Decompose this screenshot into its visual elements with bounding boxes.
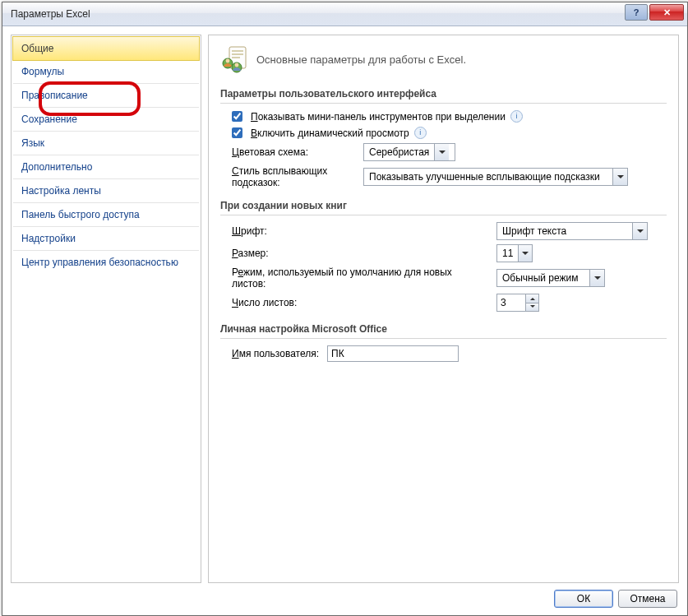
sidebar-item-language[interactable]: Язык [13,132,199,155]
username-input[interactable] [327,345,459,362]
username-label: Имя пользователя: [232,348,319,359]
help-button[interactable]: ? [625,4,648,21]
sidebar-item-customize-ribbon[interactable]: Настройка ленты [13,179,199,203]
section-personalize-title: Личная настройка Microsoft Office [220,320,667,339]
tooltip-style-label: Стиль всплывающих подсказок: [232,165,355,188]
sidebar-item-trust-center[interactable]: Центр управления безопасностью [13,251,199,274]
svg-point-7 [235,63,239,67]
tooltip-style-select[interactable]: Показывать улучшенные всплывающие подска… [363,168,628,186]
mini-toolbar-checkbox[interactable] [232,111,242,122]
spin-down[interactable] [526,303,538,312]
sidebar-item-general[interactable]: Общие [12,36,200,61]
info-icon[interactable]: i [510,110,523,123]
svg-rect-3 [232,57,240,58]
close-button[interactable]: ✕ [649,4,684,21]
dialog-footer: ОК Отмена [2,582,687,615]
font-size-select[interactable]: 11 [496,244,533,262]
category-sidebar: Общие Формулы Правописание Сохранение Яз… [11,35,201,583]
content-pane: Основные параметры для работы с Excel. П… [208,35,679,583]
page-heading: Основные параметры для работы с Excel. [256,53,466,66]
font-size-label: Размер: [232,248,488,259]
excel-options-dialog: Параметры Excel ? ✕ Общие Формулы Правоп… [2,2,688,616]
sheet-count-input[interactable] [497,294,525,311]
heading-icon [220,45,248,73]
default-view-select[interactable]: Обычный режим [496,269,605,287]
sidebar-item-advanced[interactable]: Дополнительно [13,155,199,179]
info-icon[interactable]: i [414,127,427,139]
ok-button[interactable]: ОК [554,590,613,608]
svg-rect-2 [232,53,243,55]
live-preview-checkbox[interactable] [232,127,242,138]
svg-point-5 [226,59,230,63]
default-view-label: Режим, используемый по умолчанию для нов… [232,266,488,289]
section-ui-title: Параметры пользовательского интерфейса [220,85,667,104]
section-newbook-title: При создании новых книг [220,197,667,215]
titlebar: Параметры Excel ? ✕ [2,2,687,26]
color-scheme-label: Цветовая схема: [232,146,355,158]
color-scheme-select[interactable]: Серебристая [363,143,455,161]
sidebar-item-formulas[interactable]: Формулы [13,60,199,84]
sidebar-item-addins[interactable]: Надстройки [13,227,199,251]
sheet-count-spinner[interactable] [496,294,539,312]
sidebar-item-save[interactable]: Сохранение [13,108,199,132]
font-label: Шрифт: [232,225,488,237]
window-title: Параметры Excel [11,8,90,20]
spin-up[interactable] [526,294,538,303]
mini-toolbar-label: Показывать мини-панель инструментов при … [251,111,506,123]
sidebar-item-quick-access[interactable]: Панель быстрого доступа [13,203,199,227]
font-select[interactable]: Шрифт текста [496,222,648,240]
cancel-button[interactable]: Отмена [618,590,677,608]
svg-rect-1 [232,50,243,52]
sidebar-item-proofing[interactable]: Правописание [13,84,199,108]
live-preview-label: Включить динамический просмотр [251,127,409,139]
sheet-count-label: Число листов: [232,297,488,308]
